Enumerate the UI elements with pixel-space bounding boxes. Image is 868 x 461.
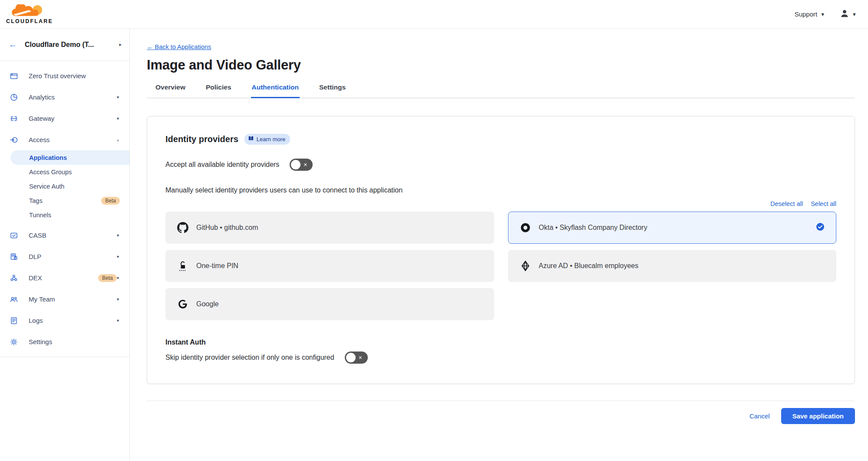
- sidebar-item-tunnels[interactable]: Tunnels: [0, 208, 129, 222]
- cloudflare-logo[interactable]: CLOUDFLARE: [6, 4, 53, 24]
- provider-azure[interactable]: Azure AD • Bluecalm employees: [508, 250, 837, 282]
- sidebar-item-casb[interactable]: CASB ▾: [0, 225, 129, 246]
- back-to-applications-link[interactable]: ← Back to Applications: [147, 43, 211, 50]
- learn-more-badge[interactable]: Learn more: [244, 134, 290, 145]
- accept-all-toggle[interactable]: ×: [290, 159, 313, 171]
- chevron-up-icon: ▴: [117, 137, 119, 142]
- chevron-down-icon: ▾: [117, 233, 119, 238]
- card-title: Identity providers: [165, 134, 238, 144]
- topbar: CLOUDFLARE Support ▼ ▼: [0, 0, 868, 29]
- provider-name: Okta • Skyflash Company Directory: [539, 224, 816, 232]
- github-icon: [177, 222, 188, 233]
- chevron-down-icon: ▾: [117, 275, 119, 280]
- analytics-icon: [10, 93, 18, 102]
- toggle-off-x-icon: ×: [304, 162, 307, 168]
- sidebar-item-my-team[interactable]: My Team ▾: [0, 289, 129, 310]
- instant-auth-toggle[interactable]: ×: [345, 352, 368, 364]
- sidebar-item-label: My Team: [29, 295, 117, 303]
- team-icon: [10, 295, 18, 304]
- main-content: ← Back to Applications Image and Video G…: [130, 29, 868, 461]
- page-title: Image and Video Gallery: [147, 57, 855, 73]
- tab-policies[interactable]: Policies: [205, 83, 232, 98]
- provider-name: Google: [196, 300, 482, 308]
- overview-icon: [10, 72, 18, 80]
- sidebar-nav: Zero Trust overview Analytics ▾ Gateway …: [0, 61, 129, 352]
- sidebar-item-tags[interactable]: Tags Beta: [0, 193, 129, 208]
- tab-bar: OverviewPoliciesAuthenticationSettings: [147, 83, 855, 98]
- sidebar-item-analytics[interactable]: Analytics ▾: [0, 86, 129, 108]
- provider-google[interactable]: Google: [165, 288, 494, 320]
- beta-badge: Beta: [98, 274, 117, 282]
- dlp-icon: [10, 252, 18, 261]
- manual-select-text: Manually select identity providers users…: [165, 186, 836, 194]
- provider-okta[interactable]: Okta • Skyflash Company Directory: [508, 212, 837, 244]
- provider-name: GitHub • github.com: [196, 224, 482, 232]
- account-switcher: ← Cloudflare Demo (T... ▸: [0, 29, 129, 61]
- user-icon: [840, 9, 849, 20]
- provider-one-time[interactable]: One-time PIN: [165, 250, 494, 282]
- account-name[interactable]: Cloudflare Demo (T...: [25, 41, 119, 49]
- chevron-down-icon: ▾: [117, 297, 119, 302]
- sidebar-item-gateway[interactable]: Gateway ▾: [0, 108, 129, 129]
- sidebar-item-applications[interactable]: Applications: [10, 150, 129, 165]
- beta-badge: Beta: [101, 197, 120, 205]
- deselect-all-link[interactable]: Deselect all: [770, 200, 803, 207]
- cloudflare-cloud-icon: [9, 4, 50, 20]
- settings-icon: [10, 338, 18, 346]
- provider-grid: GitHub • github.com Okta • Skyflash Comp…: [165, 212, 836, 320]
- tab-authentication[interactable]: Authentication: [251, 83, 300, 98]
- provider-github[interactable]: GitHub • github.com: [165, 212, 494, 244]
- sidebar: ← Cloudflare Demo (T... ▸ Zero Trust ove…: [0, 29, 130, 461]
- sidebar-item-label: Analytics: [29, 93, 117, 101]
- support-label: Support: [795, 10, 818, 18]
- toggle-knob: [346, 353, 356, 362]
- user-menu[interactable]: ▼: [840, 9, 857, 20]
- chevron-down-icon: ▼: [820, 12, 825, 17]
- sidebar-item-label: Tunnels: [29, 212, 120, 219]
- sidebar-item-label: DEX: [29, 274, 94, 282]
- save-application-button[interactable]: Save application: [781, 408, 855, 424]
- sidebar-item-label: Access Groups: [29, 169, 120, 176]
- okta-icon: [520, 222, 531, 233]
- gateway-icon: [10, 114, 18, 123]
- otp-lock-icon: [177, 260, 188, 272]
- toggle-knob: [291, 160, 300, 169]
- identity-providers-card: Identity providers Learn more Accept all…: [147, 116, 855, 384]
- accept-all-label: Accept all available identity providers: [165, 161, 279, 169]
- cancel-button[interactable]: Cancel: [749, 412, 770, 420]
- toggle-off-x-icon: ×: [359, 355, 362, 361]
- sidebar-item-access[interactable]: Access ▴: [0, 129, 129, 150]
- tab-overview[interactable]: Overview: [155, 83, 186, 98]
- sidebar-item-label: DLP: [29, 253, 117, 260]
- sidebar-item-service-auth[interactable]: Service Auth: [0, 179, 129, 193]
- back-arrow-icon[interactable]: ←: [9, 40, 17, 50]
- sidebar-item-access-groups[interactable]: Access Groups: [0, 165, 129, 179]
- azure-ad-icon: [520, 260, 531, 272]
- logs-icon: [10, 316, 18, 325]
- google-icon: [177, 299, 188, 309]
- select-all-link[interactable]: Select all: [811, 200, 836, 207]
- chevron-down-icon: ▾: [117, 318, 119, 323]
- cloudflare-wordmark: CLOUDFLARE: [6, 19, 53, 24]
- dex-icon: [10, 274, 18, 282]
- support-menu[interactable]: Support ▼: [795, 10, 825, 18]
- sidebar-item-dex[interactable]: DEX Beta ▾: [0, 267, 129, 289]
- sidebar-item-zero-trust-overview[interactable]: Zero Trust overview: [0, 65, 129, 86]
- learn-more-label: Learn more: [257, 136, 285, 143]
- instant-auth-label: Skip identity provider selection if only…: [165, 354, 334, 362]
- selected-check-icon: [816, 222, 825, 233]
- sidebar-item-label: Applications: [29, 154, 120, 161]
- provider-name: One-time PIN: [196, 262, 482, 270]
- casb-icon: [10, 231, 18, 240]
- footer-actions: Cancel Save application: [147, 408, 855, 424]
- sidebar-item-dlp[interactable]: DLP ▾: [0, 246, 129, 267]
- sidebar-item-settings[interactable]: Settings: [0, 331, 129, 352]
- book-icon: [248, 136, 254, 143]
- sidebar-item-logs[interactable]: Logs ▾: [0, 310, 129, 331]
- footer-divider: [147, 401, 855, 401]
- sidebar-item-label: CASB: [29, 232, 117, 239]
- sidebar-item-label: Settings: [29, 338, 120, 345]
- tab-settings[interactable]: Settings: [318, 83, 347, 98]
- chevron-right-icon[interactable]: ▸: [119, 42, 122, 47]
- sidebar-item-label: Logs: [29, 317, 117, 324]
